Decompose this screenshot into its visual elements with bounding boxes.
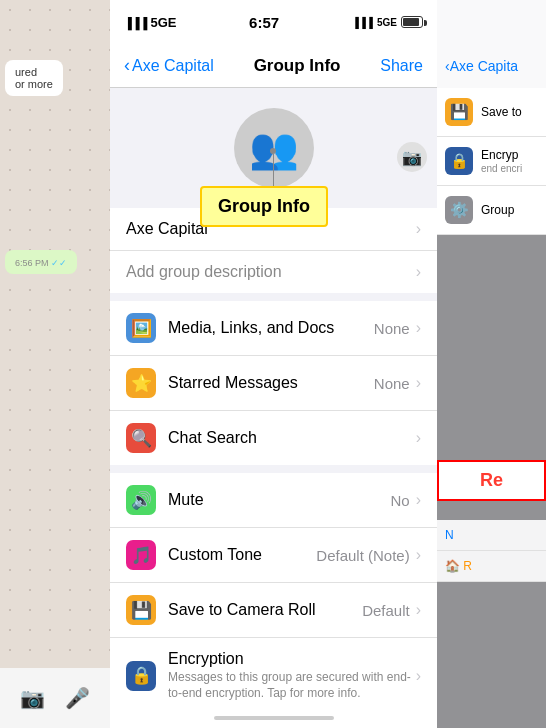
right-back-button[interactable]: ‹ Axe Capita — [445, 58, 518, 74]
right-save-item[interactable]: 💾 Save to — [437, 88, 546, 137]
camera-icon[interactable]: 📷 — [20, 686, 45, 710]
media-links-docs-item[interactable]: 🖼️ Media, Links, and Docs None › — [110, 301, 437, 356]
signal-left: ▐▐▐ 5GE — [124, 15, 176, 30]
add-description-item[interactable]: Add group description › — [110, 251, 437, 293]
right-group-settings-item[interactable]: ⚙️ Group — [437, 186, 546, 235]
chat-bubble-received: ured or more — [5, 60, 63, 96]
right-item-text: Encryp end encri — [481, 148, 522, 174]
section-divider-1 — [110, 293, 437, 301]
chevron-icon: › — [416, 429, 421, 447]
main-panel: ▐▐▐ 5GE 6:57 ▐▐▐ 5GE ‹ Axe Capital Group… — [110, 0, 437, 728]
right-menu-items: 💾 Save to 🔒 Encryp end encri ⚙️ Group — [437, 88, 546, 235]
item-title: Encryption — [168, 650, 416, 668]
chevron-left-icon: ‹ — [124, 55, 130, 76]
chat-background: ured or more 6:56 PM ✓✓ 📷 🎤 — [0, 0, 110, 728]
media-icon: 🖼️ — [126, 313, 156, 343]
annotation-box: Group Info — [200, 186, 328, 227]
time-display: 6:57 — [249, 14, 279, 31]
menu-section-2: 🔊 Mute No › 🎵 Custom Tone Default (Note)… — [110, 473, 437, 708]
music-icon: 🎵 — [126, 540, 156, 570]
item-text: Starred Messages — [168, 374, 374, 392]
right-menu-title: Save to — [481, 105, 522, 119]
back-button[interactable]: ‹ Axe Capital — [124, 55, 214, 76]
annotation-line — [273, 154, 274, 189]
encryption-item[interactable]: 🔒 Encryption Messages to this group are … — [110, 638, 437, 708]
chevron-icon: › — [416, 263, 421, 281]
chevron-icon: › — [416, 319, 421, 337]
item-value: Default (Note) — [316, 547, 409, 564]
item-title: Custom Tone — [168, 546, 316, 564]
item-title: Media, Links, and Docs — [168, 319, 374, 337]
mute-item[interactable]: 🔊 Mute No › — [110, 473, 437, 528]
right-lock-icon: 🔒 — [445, 147, 473, 175]
right-save-icon: 💾 — [445, 98, 473, 126]
item-value: No — [390, 492, 409, 509]
right-menu-title: Group — [481, 203, 514, 217]
chat-time: 6:56 PM ✓✓ — [15, 258, 67, 268]
chat-bottom-bar: 📷 🎤 — [0, 668, 110, 728]
chat-bubble-sent: 6:56 PM ✓✓ — [5, 250, 77, 274]
item-title: Starred Messages — [168, 374, 374, 392]
custom-tone-item[interactable]: 🎵 Custom Tone Default (Note) › — [110, 528, 437, 583]
item-text: Mute — [168, 491, 390, 509]
save-icon: 💾 — [126, 595, 156, 625]
chevron-icon: › — [416, 220, 421, 238]
share-button[interactable]: Share — [380, 57, 423, 75]
search-icon: 🔍 — [126, 423, 156, 453]
item-text: Chat Search — [168, 429, 416, 447]
battery-icon — [401, 16, 423, 28]
home-bar — [214, 716, 334, 720]
right-gear-icon: ⚙️ — [445, 196, 473, 224]
right-menu-subtitle: end encri — [481, 163, 522, 174]
right-encryption-item[interactable]: 🔒 Encryp end encri — [437, 137, 546, 186]
right-panel: ‹ Axe Capita 💾 Save to 🔒 Encryp end encr… — [437, 0, 546, 728]
chevron-icon: › — [416, 667, 421, 685]
item-text: Media, Links, and Docs — [168, 319, 374, 337]
back-label: Axe Capital — [132, 57, 214, 75]
starred-messages-item[interactable]: ⭐ Starred Messages None › — [110, 356, 437, 411]
lock-icon: 🔒 — [126, 661, 156, 691]
right-menu-title: Encryp — [481, 148, 522, 162]
right-bottom-item-2[interactable]: 🏠 R — [437, 551, 546, 582]
save-camera-roll-item[interactable]: 💾 Save to Camera Roll Default › — [110, 583, 437, 638]
item-title: Save to Camera Roll — [168, 601, 362, 619]
item-text: Save to Camera Roll — [168, 601, 362, 619]
chevron-icon: › — [416, 491, 421, 509]
right-red-box: Re — [437, 460, 546, 501]
right-back-label: Axe Capita — [450, 58, 518, 74]
camera-edit-badge[interactable]: 📷 — [397, 142, 427, 172]
status-right-icons: ▐▐▐ 5GE — [352, 16, 423, 28]
annotation-label: Group Info — [218, 196, 310, 216]
right-item-text: Save to — [481, 105, 522, 119]
chat-search-item[interactable]: 🔍 Chat Search › — [110, 411, 437, 465]
item-subtitle: Messages to this group are secured with … — [168, 670, 416, 701]
bubble-subtext: or more — [15, 78, 53, 90]
item-title: Chat Search — [168, 429, 416, 447]
read-receipt-icon: ✓✓ — [51, 258, 67, 268]
item-text: Encryption Messages to this group are se… — [168, 650, 416, 701]
network-right: 5GE — [377, 17, 397, 28]
right-nav-bar: ‹ Axe Capita — [437, 0, 546, 88]
right-bottom-item-1[interactable]: N — [437, 520, 546, 551]
chevron-icon: › — [416, 546, 421, 564]
signal-right: ▐▐▐ — [352, 17, 373, 28]
chevron-icon: › — [416, 601, 421, 619]
right-red-text: Re — [480, 470, 503, 490]
menu-section-1: 🖼️ Media, Links, and Docs None › ⭐ Starr… — [110, 301, 437, 465]
right-item-text: Group — [481, 203, 514, 217]
item-value: None — [374, 320, 410, 337]
mic-icon[interactable]: 🎤 — [65, 686, 90, 710]
add-description-text: Add group description — [126, 263, 282, 281]
item-title: Mute — [168, 491, 390, 509]
right-bottom-items: N 🏠 R — [437, 520, 546, 582]
home-indicator — [110, 708, 437, 728]
section-divider-2 — [110, 465, 437, 473]
bubble-text: ured — [15, 66, 53, 78]
bars-icon: ▐▐▐ — [124, 17, 150, 29]
nav-title: Group Info — [254, 56, 341, 76]
chevron-icon: › — [416, 374, 421, 392]
star-icon: ⭐ — [126, 368, 156, 398]
navigation-bar: ‹ Axe Capital Group Info Share — [110, 44, 437, 88]
group-name-text: Axe Capital — [126, 220, 208, 238]
item-value: None — [374, 375, 410, 392]
